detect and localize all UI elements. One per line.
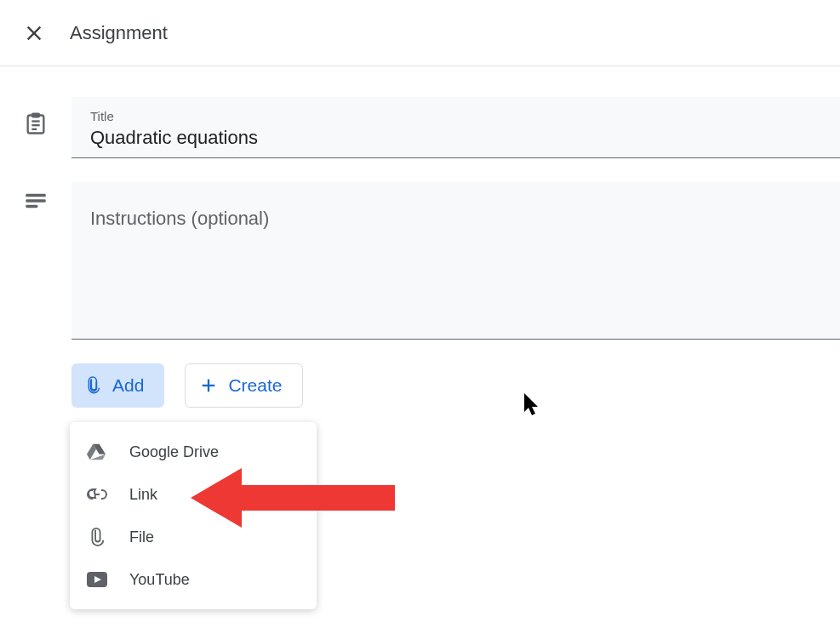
attachment-icon — [85, 376, 102, 395]
add-button-label: Add — [112, 375, 144, 396]
svg-rect-3 — [32, 114, 39, 117]
dropdown-item-google-drive[interactable]: Google Drive — [70, 431, 317, 473]
close-button[interactable] — [14, 13, 54, 54]
content-area: Title Instructions (optional) Add — [0, 66, 840, 408]
close-icon — [25, 24, 43, 43]
instructions-placeholder: Instructions (optional) — [90, 208, 269, 229]
header-bar: Assignment — [0, 0, 840, 66]
title-field[interactable]: Title — [71, 97, 840, 158]
dropdown-item-label: File — [129, 528, 154, 546]
dropdown-item-label: Google Drive — [129, 443, 219, 461]
assignment-row-icon — [0, 97, 71, 136]
add-button[interactable]: Add — [71, 363, 164, 408]
assignment-icon — [24, 112, 48, 136]
svg-rect-7 — [26, 194, 45, 197]
instructions-row: Instructions (optional) — [0, 158, 840, 340]
plus-icon — [199, 376, 218, 395]
attachment-button-row: Add Create — [71, 363, 840, 408]
create-button[interactable]: Create — [185, 363, 303, 408]
dropdown-item-file[interactable]: File — [70, 516, 317, 558]
dropdown-item-youtube[interactable]: YouTube — [70, 558, 317, 601]
page-title: Assignment — [70, 22, 168, 44]
attachment-icon — [87, 527, 117, 547]
title-label: Title — [90, 109, 821, 123]
dropdown-item-label: Link — [129, 486, 157, 504]
youtube-icon — [87, 572, 117, 587]
dropdown-item-link[interactable]: Link — [70, 473, 317, 516]
add-dropdown-menu: Google Drive Link File YouTube — [70, 422, 317, 609]
drive-icon — [87, 443, 117, 460]
title-row: Title — [0, 97, 840, 158]
title-input[interactable] — [90, 127, 821, 149]
link-icon — [87, 484, 117, 505]
create-button-label: Create — [228, 375, 282, 396]
dropdown-item-label: YouTube — [129, 571, 190, 589]
svg-rect-8 — [26, 199, 45, 203]
notes-icon — [24, 189, 48, 213]
svg-rect-9 — [26, 205, 37, 208]
instructions-row-icon — [0, 158, 71, 213]
instructions-field[interactable]: Instructions (optional) — [71, 182, 840, 340]
